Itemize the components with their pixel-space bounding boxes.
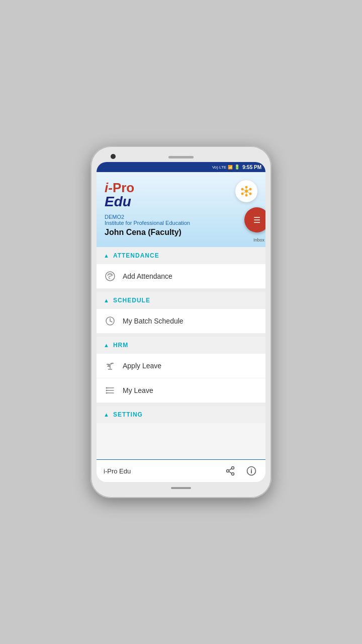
battery-icon: 🔋	[234, 165, 240, 170]
brand-i: i-	[105, 180, 113, 195]
my-batch-schedule-label: My Batch Schedule	[123, 317, 184, 325]
section-title-hrm: HRM	[113, 342, 128, 349]
nav-item-my-batch-schedule[interactable]: My Batch Schedule	[97, 309, 265, 334]
institute-info: DEMO2 Institute for Professional Educati…	[105, 214, 257, 237]
institute-name: Institute for Professional Education	[105, 220, 257, 226]
bottom-icons	[223, 464, 258, 478]
list-icon	[105, 385, 116, 396]
camera	[111, 154, 116, 159]
phone-bottom-bar	[97, 482, 265, 492]
section-header-attendance[interactable]: ▲ ATTENDANCE	[97, 247, 265, 264]
phone-top-bar	[97, 152, 265, 162]
svg-point-26	[232, 467, 234, 469]
user-name: John Cena (Faculty)	[105, 228, 257, 237]
nav-item-my-leave[interactable]: My Leave	[97, 378, 265, 403]
demo-label: DEMO2	[105, 214, 257, 220]
svg-point-24	[106, 390, 108, 391]
section-header-setting[interactable]: ▲ SETTING	[97, 406, 265, 423]
svg-point-0	[245, 190, 248, 193]
nav-item-add-attendance[interactable]: Add Attendance	[97, 264, 265, 289]
chevron-attendance-icon: ▲	[104, 253, 109, 259]
svg-line-16	[110, 321, 112, 322]
network-icon	[235, 180, 257, 202]
section-title-attendance: ATTENDANCE	[113, 252, 159, 259]
share-button[interactable]	[223, 464, 237, 478]
svg-line-12	[244, 190, 245, 191]
chevron-setting-icon: ▲	[104, 412, 109, 418]
svg-point-5	[241, 193, 244, 195]
phone-screen: Vo) LTE 📶 🔋 9:55 PM i-Pro Edu	[97, 162, 265, 482]
brand-pro: Pro	[113, 180, 134, 195]
svg-point-2	[249, 188, 252, 191]
svg-line-30	[229, 471, 232, 473]
svg-point-4	[245, 194, 248, 197]
svg-point-23	[106, 387, 108, 389]
info-button[interactable]	[244, 464, 258, 478]
network-svg	[240, 185, 253, 198]
phone-frame: Vo) LTE 📶 🔋 9:55 PM i-Pro Edu	[90, 146, 272, 498]
svg-point-27	[232, 473, 234, 475]
time-display: 9:55 PM	[242, 165, 261, 170]
carrier-text: Vo) LTE	[212, 165, 226, 170]
chevron-schedule-icon: ▲	[104, 297, 109, 303]
svg-line-9	[248, 192, 249, 193]
inbox-label: Inbox	[253, 237, 264, 243]
svg-point-25	[106, 392, 108, 394]
drawer-header: i-Pro Edu	[97, 172, 265, 247]
status-bar: Vo) LTE 📶 🔋 9:55 PM	[97, 162, 265, 172]
svg-line-11	[244, 192, 245, 193]
svg-point-3	[249, 193, 252, 195]
section-header-schedule[interactable]: ▲ SCHEDULE	[97, 292, 265, 309]
svg-point-33	[251, 469, 252, 470]
svg-point-1	[245, 186, 248, 189]
add-attendance-label: Add Attendance	[123, 272, 172, 280]
bottom-app-name: i-Pro Edu	[104, 467, 131, 475]
clock-icon	[105, 315, 116, 327]
palm-tree-icon	[105, 360, 116, 371]
chevron-hrm-icon: ▲	[104, 342, 109, 348]
nav-area: ▲ ATTENDANCE Add Attendance	[97, 247, 265, 459]
section-title-setting: SETTING	[113, 411, 143, 418]
apply-leave-label: Apply Leave	[123, 362, 161, 370]
inbox-button[interactable]: ☰	[244, 207, 265, 232]
my-leave-label: My Leave	[123, 386, 153, 394]
bottom-bar: i-Pro Edu	[97, 459, 265, 482]
signal-icons: 📶	[228, 165, 233, 170]
section-header-hrm[interactable]: ▲ HRM	[97, 337, 265, 354]
svg-point-28	[227, 470, 229, 472]
screen-content: i-Pro Edu	[97, 172, 265, 482]
home-indicator	[171, 487, 191, 489]
nav-item-apply-leave[interactable]: Apply Leave	[97, 354, 265, 378]
logo-text: i-Pro Edu	[105, 180, 134, 210]
svg-line-8	[248, 190, 249, 191]
svg-line-29	[229, 468, 232, 470]
brand-edu: Edu	[105, 194, 134, 210]
right-overlay: ☰ Inbox	[244, 207, 265, 243]
fingerprint-icon	[105, 271, 116, 282]
section-title-schedule: SCHEDULE	[113, 297, 150, 304]
speaker	[168, 156, 194, 158]
svg-point-6	[241, 188, 244, 191]
